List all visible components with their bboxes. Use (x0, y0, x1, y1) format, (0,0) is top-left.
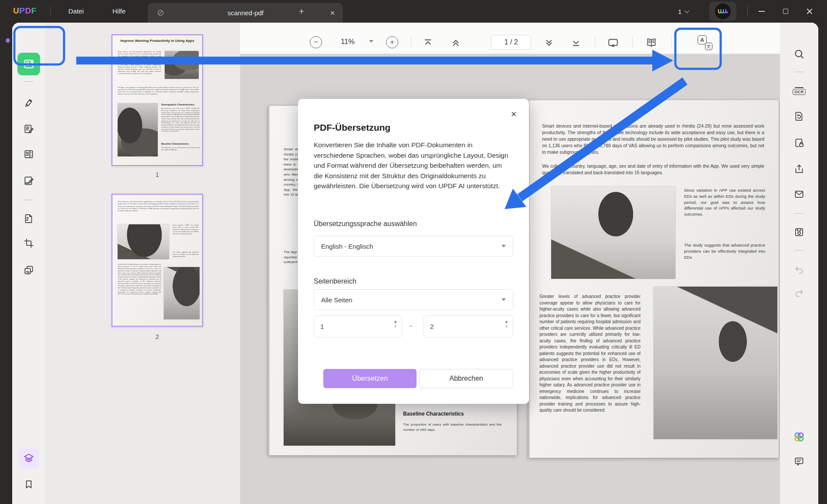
thumb2-page-number: 2 (112, 333, 203, 340)
updf-logo: UPDF (13, 6, 37, 16)
chevron-down-icon (685, 8, 689, 13)
sidebar-edit-button[interactable] (19, 171, 39, 191)
page-from-stepper[interactable]: ▲ ▼ (393, 320, 397, 329)
stepper-up-icon: ▲ (393, 320, 397, 324)
cancel-button[interactable]: Abbrechen (419, 369, 513, 388)
rail-divider (794, 213, 804, 214)
search-button[interactable] (789, 44, 809, 64)
maximize-icon (783, 9, 788, 14)
sidebar-bookmark-button[interactable] (19, 474, 39, 494)
sidebar-comment-button[interactable] (19, 119, 39, 139)
account-avatar[interactable] (709, 2, 736, 21)
share-button[interactable] (789, 159, 809, 179)
go-first-page-button[interactable] (422, 37, 434, 48)
protect-button[interactable] (789, 133, 809, 153)
reader-mode-button[interactable] (645, 37, 658, 48)
range-dash: - (410, 322, 412, 330)
zoom-dropdown-caret-icon[interactable] (369, 40, 373, 43)
sidebar-organize-pages-button[interactable] (19, 144, 39, 164)
redo-button[interactable] (789, 283, 809, 303)
left-toolbar (12, 23, 45, 504)
zoom-out-button[interactable]: − (310, 36, 322, 48)
convert-button[interactable] (789, 106, 809, 126)
thumb1-title: Improve Working Productivity in Using Ap… (117, 39, 198, 43)
sidebar-pages-button[interactable] (19, 209, 39, 229)
select-caret-icon (502, 245, 506, 247)
sidebar-crop-button[interactable] (19, 233, 39, 253)
window-close-button[interactable] (800, 0, 819, 23)
sidebar-layers-button[interactable] (19, 448, 39, 468)
view-toolbar: − 11% + 1 / 2 (240, 23, 780, 54)
stepper-up-icon: ▲ (505, 320, 508, 324)
translate-confirm-button[interactable]: Übersetzen (323, 369, 417, 388)
zoom-level[interactable]: 11% (337, 37, 359, 46)
page-to-stepper[interactable]: ▲ ▼ (505, 320, 508, 329)
toolbar-divider (411, 37, 411, 47)
feedback-chat-button[interactable] (789, 451, 809, 471)
close-icon (807, 8, 813, 14)
mail-button[interactable] (789, 184, 809, 204)
dialog-title: PDF-Übersetzung (314, 122, 390, 133)
translate-icon: A 文 (698, 35, 712, 50)
translate-button[interactable]: A 文 (698, 35, 712, 50)
menu-hilfe[interactable]: Hilfe (106, 0, 132, 23)
previous-page-button[interactable] (450, 37, 461, 48)
titlebar-divider (50, 7, 51, 16)
stepper-down-icon: ▼ (393, 325, 397, 329)
ocr-button[interactable]: OCR (789, 81, 809, 101)
rail-divider (794, 71, 804, 72)
right-toolbar: OCR (780, 23, 818, 504)
page-from-input[interactable]: 1 ▲ ▼ (314, 315, 402, 338)
document-page-2[interactable]: Smart devices and internet-based applica… (528, 100, 779, 458)
page-range-label: Seitenbereich (314, 277, 356, 285)
window-minimize-button[interactable] (752, 0, 771, 23)
minimize-icon (759, 11, 765, 12)
thumb1-page-number: 1 (112, 171, 203, 178)
page-number-box[interactable]: 1 / 2 (491, 35, 531, 50)
sidebar-watermark-button[interactable] (19, 260, 39, 280)
language-select[interactable]: English - Englisch (314, 236, 513, 257)
thumbnail-page-1[interactable]: Improve Working Productivity in Using Ap… (112, 34, 203, 166)
toolbar-divider (595, 37, 595, 47)
tab-close-icon[interactable]: ✕ (326, 7, 339, 19)
toolbar-divider (632, 37, 633, 47)
toolbar-divider (671, 37, 672, 47)
zoom-in-button[interactable]: + (386, 36, 398, 48)
sidebar-thumbnails-button[interactable] (17, 53, 40, 75)
thumbnail-page-2[interactable]: Smart devices and internet-based applica… (112, 194, 203, 327)
undo-button[interactable] (789, 260, 809, 280)
menu-datei[interactable]: Datei (62, 0, 90, 23)
next-page-button[interactable] (543, 37, 555, 48)
titlebar-divider (747, 7, 748, 16)
rail-divider (24, 200, 34, 200)
tab-loading-icon (156, 9, 165, 17)
window-page-dropdown[interactable]: 1 (678, 0, 688, 23)
pdf-translation-dialog: ✕ PDF-Übersetzung Konvertieren Sie die I… (298, 99, 529, 404)
thumb1-photo-meeting (165, 51, 199, 79)
thumb2-photo-laughing (118, 224, 169, 259)
page-to-input[interactable]: 2 ▲ ▼ (424, 315, 513, 338)
dialog-description: Konvertieren Sie die Inhalte von PDF-Dok… (314, 140, 512, 191)
thumb1-photo-desk (118, 103, 158, 156)
stepper-down-icon: ▼ (505, 325, 508, 329)
rail-divider (794, 250, 804, 251)
updf-ai-button[interactable] (789, 427, 809, 447)
window-maximize-button[interactable] (776, 0, 795, 23)
save-button[interactable] (789, 222, 809, 242)
sidebar-attachment-button[interactable] (19, 500, 39, 504)
ocr-icon: OCR (793, 87, 806, 95)
title-bar: UPDF Datei Hilfe scanned-pdf ✕ + 1 (0, 0, 827, 23)
page2-photo-writing (654, 287, 777, 439)
document-tab[interactable]: scanned-pdf ✕ (148, 3, 343, 23)
page-range-select[interactable]: Alle Seiten (314, 289, 513, 310)
cursor-dot (6, 38, 10, 43)
go-last-page-button[interactable] (570, 37, 582, 48)
language-label: Übersetzungssprache auswählen (314, 220, 417, 228)
thumb2-photo-writing (164, 267, 200, 319)
new-tab-button[interactable]: + (295, 5, 308, 17)
rail-divider (24, 81, 34, 82)
dialog-close-icon[interactable]: ✕ (508, 108, 519, 120)
page2-photo-laughing (551, 186, 675, 279)
presentation-mode-button[interactable] (607, 37, 619, 48)
sidebar-highlighter-button[interactable] (19, 93, 39, 113)
